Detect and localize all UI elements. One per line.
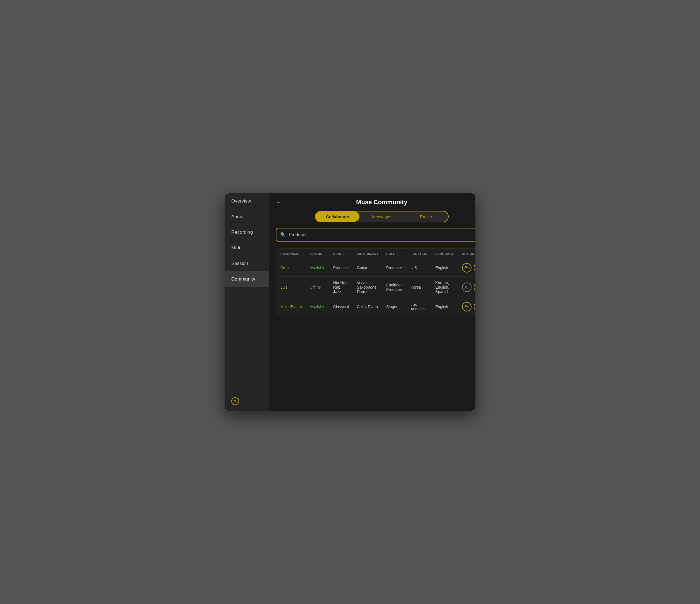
col-status: STATUS: [306, 249, 329, 259]
col-language: LANGUAGE: [431, 249, 458, 259]
location-cell: Korea: [406, 277, 431, 298]
tabs-container: Collaborate Messages Profile: [276, 211, 475, 222]
role-cell: Producer: [382, 259, 406, 277]
search-bar: 🔍: [276, 228, 475, 242]
sidebar-item-community[interactable]: Community: [225, 271, 269, 287]
role-cell: Singer: [382, 298, 406, 316]
actions-cell: [458, 259, 475, 277]
username-cell[interactable]: MixedByLab: [276, 298, 306, 316]
tab-profile[interactable]: Profile: [404, 211, 448, 222]
sidebar-bottom: ?: [225, 392, 269, 411]
col-actions: ACTIONS: [458, 249, 475, 259]
instrument-cell: Vocals, Saxophone, Drums: [353, 277, 382, 298]
username-cell[interactable]: Luis: [276, 277, 306, 298]
genre-cell: Classical: [329, 298, 353, 316]
role-cell: Engineer, Producer: [382, 277, 406, 298]
status-cell: Available: [306, 259, 329, 277]
col-role: ROLE: [382, 249, 406, 259]
instrument-cell: Guitar: [353, 259, 382, 277]
top-bar: ← Muse Community ↻: [276, 199, 475, 205]
language-cell: English: [431, 259, 458, 277]
table-wrapper: USERNAME STATUS GENRE INSTRUMENT ROLE LO…: [276, 248, 475, 316]
svg-point-9: [465, 286, 467, 287]
help-button[interactable]: ?: [231, 397, 239, 405]
page-title: Muse Community: [356, 199, 407, 206]
sidebar-item-overview[interactable]: Overview: [225, 193, 269, 209]
location-cell: U.S.: [406, 259, 431, 277]
language-cell: English: [431, 298, 458, 316]
sidebar-item-recording[interactable]: Recording: [225, 225, 269, 240]
instrument-cell: Cello, Piano: [353, 298, 382, 316]
table-row: Luis Offline Hip-Hop, Rap, Jazz Vocals, …: [276, 277, 476, 298]
app-window: Overview Audio Recording Midi Session Co…: [225, 193, 475, 411]
search-icon: 🔍: [280, 232, 286, 237]
language-cell: Korean, English, Spanish: [431, 277, 458, 298]
tab-messages[interactable]: Messages: [359, 211, 404, 222]
svg-point-12: [465, 305, 467, 307]
col-location: LOCATION: [406, 249, 431, 259]
community-table: USERNAME STATUS GENRE INSTRUMENT ROLE LO…: [276, 249, 475, 316]
tab-collaborate[interactable]: Collaborate: [316, 211, 360, 222]
tabs: Collaborate Messages Profile: [315, 211, 449, 222]
back-button[interactable]: ←: [276, 199, 281, 205]
col-instrument: INSTRUMENT: [353, 249, 382, 259]
message-button[interactable]: [474, 302, 475, 311]
add-friend-button[interactable]: [462, 282, 472, 292]
col-username: USERNAME: [276, 249, 306, 259]
location-cell: Los Angeles: [406, 298, 431, 316]
message-button[interactable]: [474, 282, 475, 292]
actions-cell: [458, 277, 475, 298]
col-genre: GENRE: [329, 249, 353, 259]
sidebar-item-session[interactable]: Session: [225, 256, 269, 271]
table-row: Cora Available Producer Guitar Producer …: [276, 259, 476, 277]
search-input[interactable]: [289, 232, 475, 237]
svg-point-6: [465, 266, 467, 268]
status-cell: Offline: [306, 277, 329, 298]
main-content: ← Muse Community ↻ Collaborate Messages …: [269, 193, 475, 411]
add-friend-button[interactable]: [462, 302, 472, 311]
status-cell: Available: [306, 298, 329, 316]
table-row: MixedByLab Available Classical Cello, Pi…: [276, 298, 476, 316]
message-button[interactable]: [474, 263, 475, 273]
sidebar-item-midi[interactable]: Midi: [225, 240, 269, 256]
actions-cell: [458, 298, 475, 316]
sidebar: Overview Audio Recording Midi Session Co…: [225, 193, 269, 411]
genre-cell: Producer: [329, 259, 353, 277]
username-cell[interactable]: Cora: [276, 259, 306, 277]
sidebar-item-audio[interactable]: Audio: [225, 209, 269, 225]
genre-cell: Hip-Hop, Rap, Jazz: [329, 277, 353, 298]
add-friend-button[interactable]: [462, 263, 472, 273]
